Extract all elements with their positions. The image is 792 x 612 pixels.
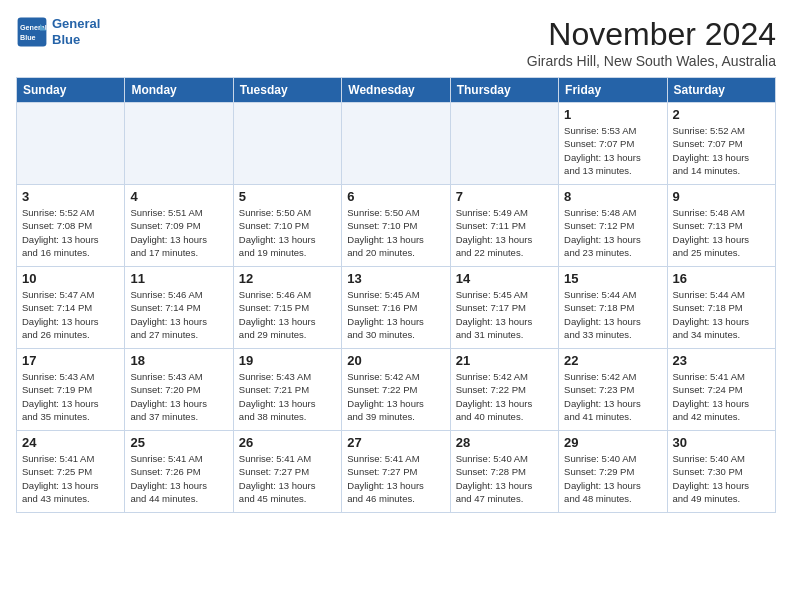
calendar-cell: 24Sunrise: 5:41 AM Sunset: 7:25 PM Dayli… [17, 431, 125, 513]
day-number: 28 [456, 435, 553, 450]
calendar-cell: 10Sunrise: 5:47 AM Sunset: 7:14 PM Dayli… [17, 267, 125, 349]
week-row-2: 10Sunrise: 5:47 AM Sunset: 7:14 PM Dayli… [17, 267, 776, 349]
calendar-table: SundayMondayTuesdayWednesdayThursdayFrid… [16, 77, 776, 513]
calendar-cell: 23Sunrise: 5:41 AM Sunset: 7:24 PM Dayli… [667, 349, 775, 431]
calendar-cell: 4Sunrise: 5:51 AM Sunset: 7:09 PM Daylig… [125, 185, 233, 267]
day-number: 9 [673, 189, 770, 204]
day-detail: Sunrise: 5:45 AM Sunset: 7:16 PM Dayligh… [347, 288, 444, 341]
calendar-cell: 25Sunrise: 5:41 AM Sunset: 7:26 PM Dayli… [125, 431, 233, 513]
day-detail: Sunrise: 5:43 AM Sunset: 7:20 PM Dayligh… [130, 370, 227, 423]
calendar-cell [450, 103, 558, 185]
day-number: 24 [22, 435, 119, 450]
calendar-cell: 5Sunrise: 5:50 AM Sunset: 7:10 PM Daylig… [233, 185, 341, 267]
day-detail: Sunrise: 5:47 AM Sunset: 7:14 PM Dayligh… [22, 288, 119, 341]
calendar-cell: 19Sunrise: 5:43 AM Sunset: 7:21 PM Dayli… [233, 349, 341, 431]
day-number: 16 [673, 271, 770, 286]
calendar-cell: 8Sunrise: 5:48 AM Sunset: 7:12 PM Daylig… [559, 185, 667, 267]
page-header: General Blue General Blue November 2024 … [16, 16, 776, 69]
day-detail: Sunrise: 5:41 AM Sunset: 7:25 PM Dayligh… [22, 452, 119, 505]
week-row-3: 17Sunrise: 5:43 AM Sunset: 7:19 PM Dayli… [17, 349, 776, 431]
day-number: 22 [564, 353, 661, 368]
calendar-cell: 27Sunrise: 5:41 AM Sunset: 7:27 PM Dayli… [342, 431, 450, 513]
day-number: 10 [22, 271, 119, 286]
calendar-cell: 6Sunrise: 5:50 AM Sunset: 7:10 PM Daylig… [342, 185, 450, 267]
calendar-cell: 14Sunrise: 5:45 AM Sunset: 7:17 PM Dayli… [450, 267, 558, 349]
day-number: 19 [239, 353, 336, 368]
day-number: 14 [456, 271, 553, 286]
calendar-cell: 26Sunrise: 5:41 AM Sunset: 7:27 PM Dayli… [233, 431, 341, 513]
day-number: 17 [22, 353, 119, 368]
day-detail: Sunrise: 5:41 AM Sunset: 7:27 PM Dayligh… [347, 452, 444, 505]
week-row-0: 1Sunrise: 5:53 AM Sunset: 7:07 PM Daylig… [17, 103, 776, 185]
logo-line2: Blue [52, 32, 80, 47]
calendar-cell [342, 103, 450, 185]
day-detail: Sunrise: 5:42 AM Sunset: 7:23 PM Dayligh… [564, 370, 661, 423]
day-detail: Sunrise: 5:43 AM Sunset: 7:21 PM Dayligh… [239, 370, 336, 423]
day-detail: Sunrise: 5:46 AM Sunset: 7:15 PM Dayligh… [239, 288, 336, 341]
weekday-header-row: SundayMondayTuesdayWednesdayThursdayFrid… [17, 78, 776, 103]
day-number: 25 [130, 435, 227, 450]
calendar-cell: 17Sunrise: 5:43 AM Sunset: 7:19 PM Dayli… [17, 349, 125, 431]
calendar-cell: 9Sunrise: 5:48 AM Sunset: 7:13 PM Daylig… [667, 185, 775, 267]
calendar-cell: 15Sunrise: 5:44 AM Sunset: 7:18 PM Dayli… [559, 267, 667, 349]
day-number: 6 [347, 189, 444, 204]
calendar-cell: 30Sunrise: 5:40 AM Sunset: 7:30 PM Dayli… [667, 431, 775, 513]
day-detail: Sunrise: 5:40 AM Sunset: 7:29 PM Dayligh… [564, 452, 661, 505]
month-title: November 2024 [527, 16, 776, 53]
calendar-cell: 18Sunrise: 5:43 AM Sunset: 7:20 PM Dayli… [125, 349, 233, 431]
calendar-cell [233, 103, 341, 185]
day-detail: Sunrise: 5:53 AM Sunset: 7:07 PM Dayligh… [564, 124, 661, 177]
day-number: 23 [673, 353, 770, 368]
logo-line1: General [52, 16, 100, 31]
day-detail: Sunrise: 5:50 AM Sunset: 7:10 PM Dayligh… [347, 206, 444, 259]
day-detail: Sunrise: 5:42 AM Sunset: 7:22 PM Dayligh… [456, 370, 553, 423]
calendar-cell: 7Sunrise: 5:49 AM Sunset: 7:11 PM Daylig… [450, 185, 558, 267]
day-number: 7 [456, 189, 553, 204]
day-detail: Sunrise: 5:48 AM Sunset: 7:12 PM Dayligh… [564, 206, 661, 259]
svg-text:Blue: Blue [20, 33, 36, 42]
day-number: 21 [456, 353, 553, 368]
location-title: Girards Hill, New South Wales, Australia [527, 53, 776, 69]
calendar-cell: 13Sunrise: 5:45 AM Sunset: 7:16 PM Dayli… [342, 267, 450, 349]
day-detail: Sunrise: 5:45 AM Sunset: 7:17 PM Dayligh… [456, 288, 553, 341]
logo-text: General Blue [52, 16, 100, 47]
day-detail: Sunrise: 5:44 AM Sunset: 7:18 PM Dayligh… [564, 288, 661, 341]
week-row-4: 24Sunrise: 5:41 AM Sunset: 7:25 PM Dayli… [17, 431, 776, 513]
weekday-header-saturday: Saturday [667, 78, 775, 103]
day-number: 12 [239, 271, 336, 286]
calendar-cell: 1Sunrise: 5:53 AM Sunset: 7:07 PM Daylig… [559, 103, 667, 185]
weekday-header-thursday: Thursday [450, 78, 558, 103]
weekday-header-monday: Monday [125, 78, 233, 103]
day-number: 13 [347, 271, 444, 286]
day-detail: Sunrise: 5:41 AM Sunset: 7:24 PM Dayligh… [673, 370, 770, 423]
logo-icon: General Blue [16, 16, 48, 48]
calendar-cell: 20Sunrise: 5:42 AM Sunset: 7:22 PM Dayli… [342, 349, 450, 431]
calendar-cell: 16Sunrise: 5:44 AM Sunset: 7:18 PM Dayli… [667, 267, 775, 349]
day-detail: Sunrise: 5:50 AM Sunset: 7:10 PM Dayligh… [239, 206, 336, 259]
day-number: 29 [564, 435, 661, 450]
day-detail: Sunrise: 5:43 AM Sunset: 7:19 PM Dayligh… [22, 370, 119, 423]
day-detail: Sunrise: 5:44 AM Sunset: 7:18 PM Dayligh… [673, 288, 770, 341]
week-row-1: 3Sunrise: 5:52 AM Sunset: 7:08 PM Daylig… [17, 185, 776, 267]
title-block: November 2024 Girards Hill, New South Wa… [527, 16, 776, 69]
day-number: 4 [130, 189, 227, 204]
day-detail: Sunrise: 5:41 AM Sunset: 7:27 PM Dayligh… [239, 452, 336, 505]
calendar-cell: 22Sunrise: 5:42 AM Sunset: 7:23 PM Dayli… [559, 349, 667, 431]
day-detail: Sunrise: 5:51 AM Sunset: 7:09 PM Dayligh… [130, 206, 227, 259]
day-number: 11 [130, 271, 227, 286]
calendar-cell: 12Sunrise: 5:46 AM Sunset: 7:15 PM Dayli… [233, 267, 341, 349]
day-detail: Sunrise: 5:41 AM Sunset: 7:26 PM Dayligh… [130, 452, 227, 505]
day-number: 1 [564, 107, 661, 122]
day-number: 8 [564, 189, 661, 204]
day-detail: Sunrise: 5:40 AM Sunset: 7:28 PM Dayligh… [456, 452, 553, 505]
day-detail: Sunrise: 5:48 AM Sunset: 7:13 PM Dayligh… [673, 206, 770, 259]
weekday-header-friday: Friday [559, 78, 667, 103]
day-number: 3 [22, 189, 119, 204]
logo: General Blue General Blue [16, 16, 100, 48]
calendar-cell [125, 103, 233, 185]
day-detail: Sunrise: 5:46 AM Sunset: 7:14 PM Dayligh… [130, 288, 227, 341]
day-detail: Sunrise: 5:40 AM Sunset: 7:30 PM Dayligh… [673, 452, 770, 505]
calendar-cell: 2Sunrise: 5:52 AM Sunset: 7:07 PM Daylig… [667, 103, 775, 185]
day-number: 20 [347, 353, 444, 368]
weekday-header-tuesday: Tuesday [233, 78, 341, 103]
